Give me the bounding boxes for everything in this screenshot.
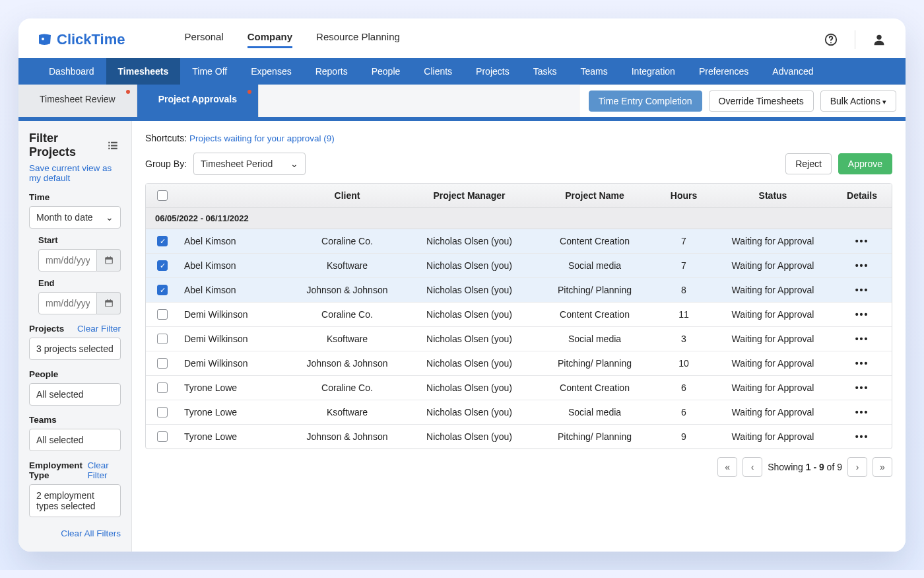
row-more-icon[interactable]: ••• [855, 285, 869, 295]
end-date-row [38, 292, 121, 314]
start-calendar-button[interactable] [97, 249, 121, 271]
row-project-name: Content Creation [535, 376, 654, 400]
row-more-icon[interactable]: ••• [855, 236, 869, 246]
shortcuts-link[interactable]: Projects waiting for your approval (9) [189, 133, 335, 143]
groupby-value: Timesheet Period [201, 159, 273, 169]
row-checkbox[interactable] [157, 382, 168, 393]
subnav-people[interactable]: People [360, 58, 412, 85]
row-checkbox[interactable] [157, 431, 168, 442]
subnav-teams[interactable]: Teams [568, 58, 619, 85]
user-icon[interactable] [871, 32, 887, 48]
projects-clear-link[interactable]: Clear Filter [77, 324, 121, 334]
row-checkbox[interactable] [157, 285, 168, 295]
end-calendar-button[interactable] [97, 292, 121, 314]
save-view-link[interactable]: Save current view as my default [29, 163, 121, 183]
table-row[interactable]: Demi WilkinsonJohnson & JohnsonNicholas … [146, 351, 892, 376]
subnav-tasks[interactable]: Tasks [521, 58, 569, 85]
row-hours: 7 [654, 254, 713, 277]
people-label: People [29, 369, 121, 379]
topnav-personal[interactable]: Personal [185, 31, 224, 48]
svg-rect-9 [111, 148, 117, 149]
row-more-icon[interactable]: ••• [855, 358, 869, 369]
tab-timesheet-review[interactable]: Timesheet Review [18, 85, 137, 117]
col-project-name[interactable]: Project Name [535, 184, 654, 207]
teams-select[interactable]: All selected [29, 429, 121, 451]
start-date-input[interactable] [38, 249, 97, 271]
bulk-actions-button[interactable]: Bulk Actions [820, 90, 896, 112]
filter-title-row: Filter Projects [29, 131, 121, 159]
table-row[interactable]: Abel KimsonJohnson & JohnsonNicholas Ols… [146, 278, 892, 303]
time-select[interactable]: Month to date ⌄ [29, 206, 121, 229]
row-hours: 9 [654, 425, 713, 449]
tab-project-approvals[interactable]: Project Approvals [137, 85, 259, 117]
row-more-icon[interactable]: ••• [855, 309, 869, 320]
override-timesheets-button[interactable]: Override Timesheets [709, 90, 814, 112]
people-select[interactable]: All selected [29, 383, 121, 406]
emp-clear-link[interactable]: Clear Filter [87, 460, 121, 480]
list-icon[interactable] [106, 137, 121, 153]
svg-rect-11 [105, 258, 112, 260]
table-row[interactable]: Tyrone LoweKsoftwareNicholas Olsen (you)… [146, 400, 892, 425]
subnav-advanced[interactable]: Advanced [760, 58, 825, 85]
subnav-projects[interactable]: Projects [464, 58, 521, 85]
row-project-manager: Nicholas Olsen (you) [403, 425, 535, 449]
subnav-preferences[interactable]: Preferences [687, 58, 760, 85]
select-all-checkbox[interactable] [157, 190, 168, 201]
time-entry-completion-button[interactable]: Time Entry Completion [589, 90, 702, 112]
table-row[interactable]: Abel KimsonKsoftwareNicholas Olsen (you)… [146, 254, 892, 278]
reject-button[interactable]: Reject [785, 153, 832, 174]
pager-prev[interactable]: ‹ [742, 457, 762, 477]
subnav-clients[interactable]: Clients [412, 58, 464, 85]
row-person: Demi Wilkinson [179, 303, 291, 326]
table-row[interactable]: Demi WilkinsonKsoftwareNicholas Olsen (y… [146, 327, 892, 351]
col-client[interactable]: Client [291, 184, 403, 207]
row-checkbox[interactable] [157, 358, 168, 369]
subnav-timesheets[interactable]: Timesheets [106, 58, 181, 85]
subnav-time-off[interactable]: Time Off [180, 58, 239, 85]
table-header: Client Project Manager Project Name Hour… [146, 184, 892, 208]
row-project-manager: Nicholas Olsen (you) [403, 278, 535, 302]
row-more-icon[interactable]: ••• [855, 334, 869, 344]
pager-of: of [824, 462, 837, 472]
approve-button[interactable]: Approve [838, 153, 892, 174]
clear-all-link[interactable]: Clear All Filters [61, 528, 121, 538]
projects-select-value: 3 projects selected [36, 343, 114, 354]
table-row[interactable]: Tyrone LoweCoraline Co.Nicholas Olsen (y… [146, 376, 892, 400]
subnav-dashboard[interactable]: Dashboard [37, 58, 106, 85]
emp-select[interactable]: 2 employment types selected [29, 484, 121, 517]
subnav-expenses[interactable]: Expenses [239, 58, 303, 85]
row-checkbox[interactable] [157, 334, 168, 344]
groupby-select[interactable]: Timesheet Period ⌄ [193, 153, 306, 175]
subnav-integration[interactable]: Integration [620, 58, 687, 85]
topnav-company[interactable]: Company [248, 31, 292, 48]
svg-rect-17 [110, 299, 110, 301]
pager-last[interactable]: » [873, 457, 892, 477]
subnav-reports[interactable]: Reports [304, 58, 360, 85]
logo[interactable]: ClickTime [37, 31, 125, 48]
help-icon[interactable] [823, 32, 839, 48]
row-more-icon[interactable]: ••• [855, 407, 869, 417]
topnav-resource-planning[interactable]: Resource Planning [316, 31, 400, 48]
row-checkbox[interactable] [157, 260, 168, 271]
tabbar: Timesheet ReviewProject Approvals Time E… [18, 85, 906, 121]
row-checkbox[interactable] [157, 309, 168, 320]
row-more-icon[interactable]: ••• [855, 382, 869, 393]
projects-select[interactable]: 3 projects selected [29, 338, 121, 360]
pager-first[interactable]: « [717, 457, 737, 477]
row-more-icon[interactable]: ••• [855, 431, 869, 442]
table-row[interactable]: Demi WilkinsonCoraline Co.Nicholas Olsen… [146, 303, 892, 327]
row-checkbox[interactable] [157, 407, 168, 417]
col-status[interactable]: Status [713, 184, 832, 207]
row-more-icon[interactable]: ••• [855, 260, 869, 271]
col-hours[interactable]: Hours [654, 184, 713, 207]
svg-rect-8 [109, 148, 110, 149]
clear-all-row: Clear All Filters [29, 528, 121, 538]
pager-next[interactable]: › [847, 457, 867, 477]
table-row[interactable]: Tyrone LoweJohnson & JohnsonNicholas Ols… [146, 425, 892, 449]
table-row[interactable]: Abel KimsonCoraline Co.Nicholas Olsen (y… [146, 229, 892, 254]
row-checkbox[interactable] [157, 236, 168, 246]
row-status: Waiting for Approval [713, 254, 832, 277]
filter-sidebar: Filter Projects Save current view as my … [18, 121, 132, 552]
col-project-manager[interactable]: Project Manager [403, 184, 535, 207]
end-date-input[interactable] [38, 292, 97, 314]
